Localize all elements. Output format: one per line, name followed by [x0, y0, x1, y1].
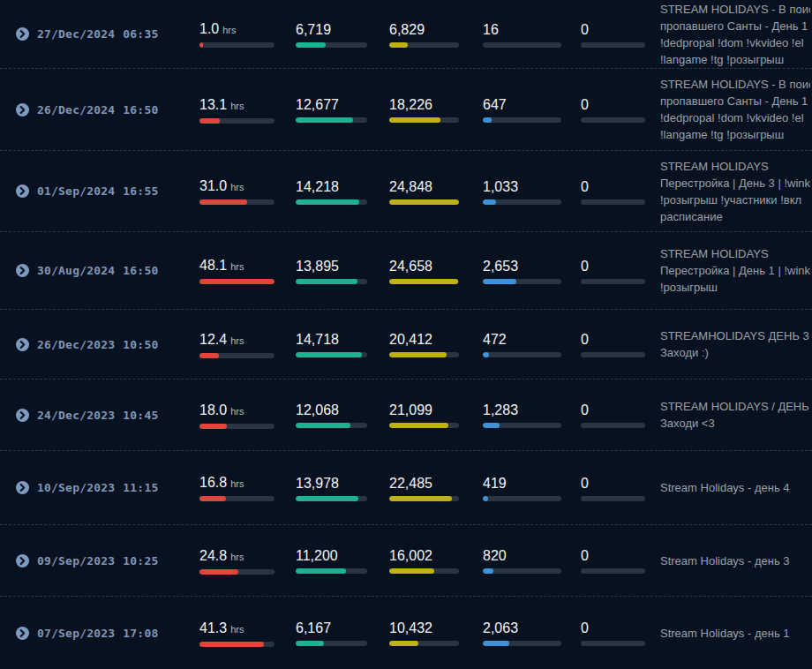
metric-cell: 14,718	[296, 331, 389, 357]
metric-bar	[389, 352, 459, 357]
metric-bar	[296, 279, 367, 284]
metric-suffix: hrs	[230, 335, 244, 346]
chevron-circle-right-icon[interactable]	[16, 103, 29, 117]
stream-row[interactable]: 09/Sep/202310:25 24.8hrs 11,200 16,002 8…	[0, 525, 812, 597]
expand-cell	[16, 338, 37, 351]
stream-row[interactable]: 27/Dec/202406:35 1.0hrs 6,719 6,829 16	[0, 0, 812, 69]
metric-cell: 13,895	[296, 258, 389, 284]
expand-cell	[16, 264, 37, 277]
chevron-circle-right-icon[interactable]	[16, 27, 29, 41]
metric-bar	[199, 353, 274, 358]
stream-title-line: STREAM HOLIDAYS - В поис	[660, 76, 810, 93]
metric-value: 12.4	[199, 332, 227, 347]
metric-cell: 12.4hrs	[199, 331, 296, 358]
metric-cell: 472	[483, 331, 581, 357]
metric-value: 6,167	[296, 620, 331, 635]
stream-time: 10:50	[123, 338, 158, 351]
metric-bar	[389, 423, 459, 428]
metric-value: 419	[483, 476, 507, 491]
metric-cell: 31.0hrs	[199, 177, 296, 205]
stream-date: 24/Dec/2023	[37, 409, 115, 422]
metric-cell: 14,218	[296, 178, 389, 205]
metric-cell: 11,200	[296, 547, 389, 574]
stream-row[interactable]: 24/Dec/202310:45 18.0hrs 12,068 21,099 1…	[0, 380, 812, 451]
stream-date: 10/Sep/2023	[37, 481, 115, 494]
metric-suffix: hrs	[230, 182, 244, 192]
metric-bar	[581, 117, 645, 123]
stream-date: 26/Dec/2023	[37, 338, 115, 351]
metric-bar	[389, 568, 459, 574]
stream-row[interactable]: 26/Dec/202310:50 12.4hrs 14,718 20,412 4…	[0, 310, 812, 380]
chevron-circle-right-icon[interactable]	[16, 184, 29, 198]
expand-cell	[16, 409, 37, 422]
stream-title: Stream Holidays - день 4	[660, 479, 810, 496]
metric-cell: 6,719	[296, 21, 389, 48]
chevron-circle-right-icon[interactable]	[16, 627, 29, 640]
metric-value: 647	[483, 97, 507, 112]
stream-date: 09/Sep/2023	[37, 554, 115, 568]
stream-datetime: 24/Dec/202310:45	[37, 409, 199, 422]
stream-title: STREAM HOLIDAYS / ДЕНЬЗаходи <3	[660, 398, 810, 432]
metric-bar	[296, 423, 367, 428]
chevron-circle-right-icon[interactable]	[16, 338, 29, 351]
stream-title-line: !langame !tg !розыгрыш	[660, 51, 810, 68]
expand-cell	[16, 184, 37, 198]
stream-row[interactable]: 10/Sep/202311:15 16.8hrs 13,978 22,485 4…	[0, 451, 812, 525]
metric-bar	[199, 424, 274, 429]
metric-cell: 0	[581, 547, 660, 574]
stream-title-line: !розыгрыш !участники !вкл	[660, 192, 810, 208]
stream-date: 30/Aug/2024	[37, 264, 115, 277]
metric-cell: 6,167	[296, 620, 389, 646]
metric-value: 41.3	[199, 620, 227, 635]
stream-title-line: расписание	[660, 208, 810, 225]
stream-row[interactable]: 26/Dec/202416:50 13.1hrs 12,677 18,226 6…	[0, 69, 812, 151]
metric-cell: 13.1hrs	[199, 96, 296, 124]
metric-bar	[199, 118, 274, 124]
metric-bar	[483, 568, 561, 574]
metric-cell: 647	[483, 96, 581, 123]
metric-value: 13.1	[199, 97, 227, 112]
metric-value: 24,658	[389, 259, 432, 274]
stream-list: 27/Dec/202406:35 1.0hrs 6,719 6,829 16	[0, 0, 812, 669]
chevron-circle-right-icon[interactable]	[16, 481, 29, 494]
metric-bar	[199, 199, 274, 205]
metric-bar-fill	[389, 568, 434, 574]
metric-bar-fill	[483, 352, 489, 357]
metric-bar-fill	[389, 42, 408, 48]
stream-title-line: !dedpropal !dom !vkvideo !el	[660, 34, 810, 51]
metric-bar	[296, 42, 367, 48]
metric-suffix: hrs	[230, 261, 244, 272]
metric-value: 12,068	[296, 402, 339, 417]
stream-row[interactable]: 30/Aug/202416:50 48.1hrs 13,895 24,658 2…	[0, 232, 812, 310]
metric-value: 16	[483, 22, 499, 37]
stream-row[interactable]: 01/Sep/202416:55 31.0hrs 14,218 24,848 1…	[0, 151, 812, 232]
metric-value: 16,002	[389, 548, 432, 563]
chevron-circle-right-icon[interactable]	[16, 264, 29, 277]
metric-bar	[483, 117, 561, 123]
metric-value: 0	[581, 179, 589, 194]
metric-value: 0	[581, 402, 589, 417]
metric-value: 14,218	[296, 179, 339, 194]
metric-cell: 10,432	[389, 620, 483, 646]
metric-bar-fill	[199, 569, 238, 575]
metric-cell: 18,226	[389, 96, 483, 123]
stream-title: Stream Holidays - день 1	[660, 625, 810, 642]
metric-value: 13,978	[296, 476, 339, 491]
stream-row[interactable]: 07/Sep/202317:08 41.3hrs 6,167 10,432 2,…	[0, 597, 812, 669]
stream-datetime: 26/Dec/202416:50	[37, 103, 199, 117]
metric-bar-fill	[389, 423, 448, 428]
stream-date: 26/Dec/2024	[37, 103, 115, 117]
metric-cell: 48.1hrs	[199, 257, 296, 284]
chevron-circle-right-icon[interactable]	[16, 554, 29, 568]
chevron-circle-right-icon[interactable]	[16, 409, 29, 422]
metric-bar-fill	[199, 642, 264, 647]
metric-cell: 0	[581, 475, 660, 501]
metric-value: 14,718	[296, 332, 339, 347]
stream-title-line: Заходи <3	[660, 415, 810, 432]
metric-value: 0	[581, 332, 589, 347]
metric-bar-fill	[483, 641, 509, 646]
metric-bar	[581, 352, 645, 357]
metric-value: 1,033	[483, 179, 518, 194]
metric-value: 18.0	[199, 402, 227, 417]
metric-bar-fill	[483, 117, 492, 123]
